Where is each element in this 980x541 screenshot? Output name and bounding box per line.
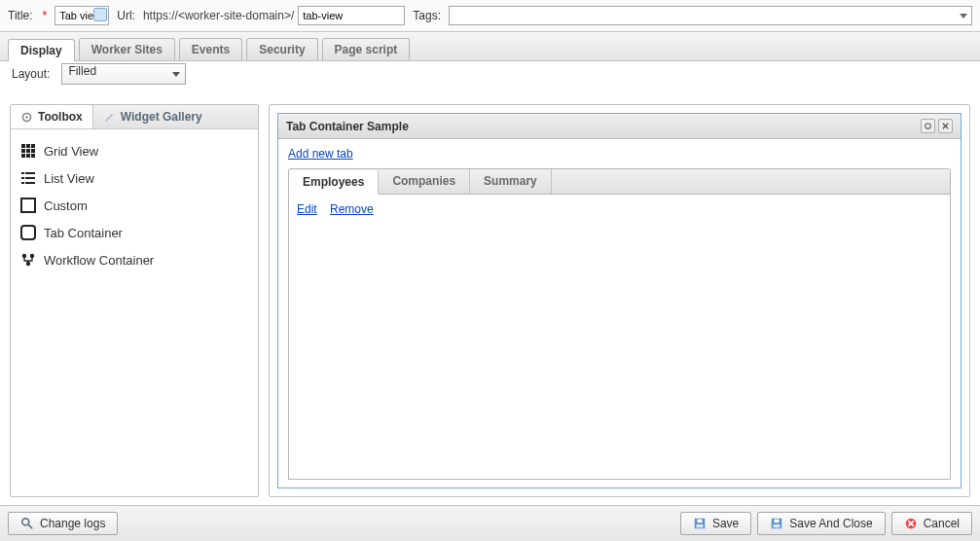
main-tab-strip: Display Worker Sites Events Security Pag… <box>0 32 980 61</box>
svg-rect-3 <box>26 144 30 148</box>
tool-tab-container[interactable]: Tab Container <box>17 219 252 246</box>
edit-link[interactable]: Edit <box>297 202 317 216</box>
svg-rect-17 <box>21 198 35 212</box>
svg-rect-28 <box>775 520 780 523</box>
svg-rect-15 <box>21 182 24 184</box>
svg-rect-26 <box>696 524 703 528</box>
tool-label: Custom <box>44 198 88 213</box>
refresh-icon[interactable] <box>93 8 107 21</box>
subtab-widget-gallery-label: Widget Gallery <box>121 110 202 124</box>
svg-rect-5 <box>21 149 25 153</box>
layout-row: Layout: Filled <box>0 61 980 94</box>
tool-label: Workflow Container <box>44 253 154 268</box>
inner-tab-summary[interactable]: Summary <box>470 169 552 194</box>
required-asterisk: * <box>43 9 48 22</box>
layout-label: Layout: <box>12 67 50 81</box>
tool-label: List View <box>44 171 94 186</box>
tags-label: Tags: <box>413 9 441 22</box>
square-icon <box>20 198 36 213</box>
disk-icon <box>770 517 783 530</box>
save-label: Save <box>712 517 739 530</box>
svg-rect-14 <box>25 177 35 179</box>
inner-tab-body: Edit Remove <box>288 195 951 480</box>
save-button[interactable]: Save <box>680 512 751 535</box>
tool-list: Grid View List View Custom Tab Container… <box>11 129 258 281</box>
list-icon <box>20 170 36 186</box>
workflow-icon <box>20 252 36 268</box>
layout-select[interactable]: Filled <box>61 63 186 85</box>
page-header: Title:* Url: https://<worker-site-domain… <box>0 0 980 32</box>
svg-point-20 <box>30 254 34 258</box>
tab-worker-sites[interactable]: Worker Sites <box>79 38 175 60</box>
tool-list-view[interactable]: List View <box>17 164 252 192</box>
svg-rect-18 <box>21 226 35 239</box>
save-and-close-label: Save And Close <box>789 517 872 530</box>
svg-rect-11 <box>21 172 24 174</box>
rounded-square-icon <box>20 225 36 240</box>
add-new-tab-link[interactable]: Add new tab <box>288 147 951 161</box>
subtab-toolbox-label: Toolbox <box>38 110 83 124</box>
svg-rect-10 <box>31 154 35 158</box>
svg-point-1 <box>25 116 27 118</box>
widget-header: Tab Container Sample <box>278 114 961 139</box>
title-label: Title: <box>8 9 33 22</box>
svg-rect-12 <box>25 172 35 174</box>
url-label: Url: <box>117 9 135 22</box>
tab-events[interactable]: Events <box>179 38 242 60</box>
inner-tab-companies[interactable]: Companies <box>379 169 470 194</box>
tags-select[interactable] <box>449 6 972 25</box>
tab-display[interactable]: Display <box>8 39 75 61</box>
subtab-widget-gallery[interactable]: Widget Gallery <box>93 105 212 128</box>
tab-security[interactable]: Security <box>246 38 317 60</box>
svg-point-22 <box>926 124 930 128</box>
tool-label: Tab Container <box>44 226 123 240</box>
tool-custom[interactable]: Custom <box>17 192 252 219</box>
subtab-toolbox[interactable]: Toolbox <box>11 105 93 128</box>
svg-rect-13 <box>21 177 24 179</box>
disk-icon <box>693 517 707 530</box>
inner-tab-employees[interactable]: Employees <box>289 170 379 195</box>
svg-rect-4 <box>31 144 35 148</box>
url-prefix: https://<worker-site-domain>/ <box>143 9 298 22</box>
widget-title: Tab Container Sample <box>286 120 409 133</box>
svg-rect-9 <box>26 154 30 158</box>
close-icon[interactable] <box>938 119 953 133</box>
tool-grid-view[interactable]: Grid View <box>17 137 252 164</box>
cancel-label: Cancel <box>924 517 960 530</box>
tool-label: Grid View <box>44 144 98 159</box>
svg-rect-25 <box>697 520 702 523</box>
toolbox-panel: Toolbox Widget Gallery Grid View List Vi… <box>10 104 259 497</box>
tool-workflow-container[interactable]: Workflow Container <box>17 246 252 273</box>
svg-point-19 <box>22 254 26 258</box>
svg-point-21 <box>26 262 30 266</box>
grid-icon <box>20 143 36 159</box>
wrench-icon <box>103 111 116 124</box>
inner-tab-strip: Employees Companies Summary <box>288 168 951 195</box>
save-and-close-button[interactable]: Save And Close <box>757 512 885 535</box>
change-logs-label: Change logs <box>40 517 105 530</box>
svg-point-23 <box>22 519 29 525</box>
svg-rect-29 <box>774 524 780 528</box>
svg-rect-7 <box>31 149 35 153</box>
svg-rect-2 <box>21 144 25 148</box>
tab-container-widget[interactable]: Tab Container Sample Add new tab Employe… <box>277 113 962 488</box>
settings-icon[interactable] <box>921 119 935 133</box>
magnifier-icon <box>20 517 34 530</box>
gear-icon <box>20 111 33 124</box>
change-logs-button[interactable]: Change logs <box>8 512 118 535</box>
url-input[interactable] <box>298 6 405 25</box>
footer-bar: Change logs Save Save And Close Cancel <box>0 505 980 541</box>
preview-panel: Tab Container Sample Add new tab Employe… <box>269 104 970 497</box>
svg-rect-16 <box>25 182 35 184</box>
tab-page-script[interactable]: Page script <box>322 38 411 60</box>
cancel-icon <box>904 517 918 530</box>
svg-rect-6 <box>26 149 30 153</box>
cancel-button[interactable]: Cancel <box>891 512 972 535</box>
remove-link[interactable]: Remove <box>330 202 374 216</box>
svg-rect-8 <box>21 154 25 158</box>
